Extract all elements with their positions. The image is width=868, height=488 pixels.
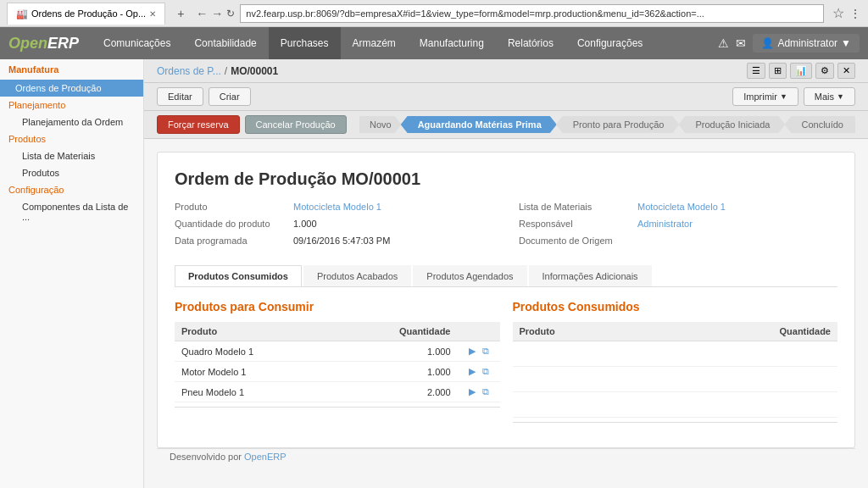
tab-produtos-acabados[interactable]: Produtos Acabados bbox=[303, 265, 411, 286]
tab-favicon: 🏭 bbox=[16, 8, 28, 19]
nav-right: ⚠ ✉ 👤 Administrator ▼ bbox=[718, 34, 860, 53]
table-row-empty bbox=[513, 367, 838, 392]
wf-step-aguardando[interactable]: Aguardando Matérias Prima bbox=[401, 116, 557, 133]
consume-row-1-produto: Motor Modelo 1 bbox=[175, 362, 336, 382]
print-button[interactable]: Imprimir ▼ bbox=[732, 87, 798, 106]
cancel-production-button[interactable]: Cancelar Produção bbox=[245, 115, 347, 134]
form-title: Ordem de Produção MO/00001 bbox=[175, 169, 837, 189]
force-reserve-button[interactable]: Forçar reserva bbox=[157, 115, 240, 134]
sidebar-item-componentes-lista[interactable]: Componentes da Lista de ... bbox=[0, 198, 143, 225]
value-quantidade: 1.000 bbox=[293, 219, 317, 229]
card-view-button[interactable]: ⊞ bbox=[769, 63, 787, 79]
field-row-responsavel: Responsável Administrator bbox=[519, 219, 837, 229]
table-row: Motor Modelo 1 1.000 ▶ ⧉ bbox=[175, 362, 500, 382]
reload-button[interactable]: ↻ bbox=[226, 8, 235, 19]
sidebar-section-produtos[interactable]: Produtos bbox=[0, 130, 143, 147]
nav-relatorios[interactable]: Relatórios bbox=[496, 27, 565, 59]
field-row-quantidade: Quantidade do produto 1.000 bbox=[175, 219, 493, 229]
arrow-icon-0[interactable]: ▶ bbox=[469, 346, 476, 356]
wf-step-novo[interactable]: Novo bbox=[359, 116, 402, 133]
nav-comunicacoes[interactable]: Comunicações bbox=[92, 27, 182, 59]
breadcrumb-bar: Ordens de P... / MO/00001 ☰ ⊞ 📊 ⚙ ✕ bbox=[144, 59, 868, 83]
browser-bar: 🏭 Ordens de Produção - Op... ✕ + ← → ↻ ☆… bbox=[0, 0, 868, 27]
kebab-menu-button[interactable]: ✕ bbox=[837, 63, 855, 79]
nav-manufacturing[interactable]: Manufacturing bbox=[408, 27, 496, 59]
list-view-button[interactable]: ☰ bbox=[747, 63, 765, 79]
value-lista-materiais[interactable]: Motocicleta Modelo 1 bbox=[637, 202, 726, 212]
nav-purchases[interactable]: Purchases bbox=[269, 27, 341, 59]
alert-icon[interactable]: ⚠ bbox=[718, 36, 729, 50]
consumed-empty-row-2 bbox=[513, 367, 838, 392]
admin-menu[interactable]: 👤 Administrator ▼ bbox=[753, 34, 860, 53]
settings-icon[interactable]: ⋮ bbox=[849, 7, 861, 20]
forward-button[interactable]: → bbox=[211, 7, 223, 20]
tab-produtos-consumidos[interactable]: Produtos Consumidos bbox=[175, 265, 302, 286]
consume-table: Produtos para Consumir Produto Quantidad… bbox=[175, 300, 500, 430]
sidebar-item-planejamento-ordem[interactable]: Planejamento da Ordem bbox=[0, 114, 143, 130]
graph-view-button[interactable]: 📊 bbox=[790, 63, 812, 79]
back-button[interactable]: ← bbox=[196, 7, 208, 20]
field-group-right: Lista de Materiais Motocicleta Modelo 1 … bbox=[519, 202, 837, 252]
bookmark-icon[interactable]: ☆ bbox=[832, 5, 844, 21]
nav-configuracoes[interactable]: Configurações bbox=[565, 27, 654, 59]
content-area: Ordens de P... / MO/00001 ☰ ⊞ 📊 ⚙ ✕ Edit… bbox=[144, 59, 868, 488]
consumed-empty-row bbox=[513, 341, 838, 367]
value-responsavel[interactable]: Administrator bbox=[637, 219, 693, 229]
mail-icon[interactable]: ✉ bbox=[736, 36, 746, 50]
breadcrumb-parent[interactable]: Ordens de P... bbox=[157, 65, 221, 77]
more-dropdown-icon: ▼ bbox=[837, 92, 844, 101]
wf-step-iniciada[interactable]: Produção Iniciada bbox=[678, 116, 785, 133]
consume-row-0-icons: ▶ ⧉ bbox=[458, 341, 500, 362]
copy-icon-1[interactable]: ⧉ bbox=[482, 366, 489, 376]
table-row: Quadro Modelo 1 1.000 ▶ ⧉ bbox=[175, 341, 500, 362]
wf-step-pronto[interactable]: Pronto para Produção bbox=[556, 116, 680, 133]
consumed-empty-row-3 bbox=[513, 392, 838, 418]
field-row-doc-origem: Documento de Origem bbox=[519, 236, 837, 246]
edit-button[interactable]: Editar bbox=[157, 87, 203, 106]
logo-open: Open bbox=[8, 35, 47, 52]
consume-table-footer bbox=[175, 407, 500, 415]
workflow-action-bar: Forçar reserva Cancelar Produção Novo Ag… bbox=[144, 111, 868, 139]
field-row-produto: Produto Motocicleta Modelo 1 bbox=[175, 202, 493, 212]
sidebar-item-ordens-producao[interactable]: Ordens de Produção bbox=[0, 80, 143, 97]
sidebar-item-produtos[interactable]: Produtos bbox=[0, 164, 143, 181]
tab-produtos-agendados[interactable]: Produtos Agendados bbox=[413, 265, 526, 286]
new-tab-button[interactable]: + bbox=[170, 5, 191, 22]
consume-row-1-icons: ▶ ⧉ bbox=[458, 362, 500, 382]
wf-step-concluido[interactable]: Concluído bbox=[784, 116, 855, 133]
value-produto[interactable]: Motocicleta Modelo 1 bbox=[293, 202, 381, 212]
sidebar-section-planejamento[interactable]: Planejamento bbox=[0, 97, 143, 114]
app-logo: OpenERP bbox=[8, 35, 79, 53]
label-data: Data programada bbox=[175, 236, 293, 246]
footer-link[interactable]: OpenERP bbox=[244, 452, 287, 462]
field-row-data: Data programada 09/16/2016 5:47:03 PM bbox=[175, 236, 493, 246]
consume-table-title: Produtos para Consumir bbox=[175, 300, 500, 313]
admin-label: Administrator bbox=[777, 37, 837, 49]
app-footer: Desenvolvido por OpenERP bbox=[157, 448, 855, 464]
more-button[interactable]: Mais ▼ bbox=[804, 87, 855, 106]
copy-icon-0[interactable]: ⧉ bbox=[482, 346, 489, 356]
tab-informacoes-adicionais[interactable]: Informações Adicionais bbox=[529, 265, 652, 286]
browser-tab[interactable]: 🏭 Ordens de Produção - Op... ✕ bbox=[7, 3, 165, 25]
table-row-empty bbox=[513, 392, 838, 418]
arrow-icon-2[interactable]: ▶ bbox=[469, 386, 476, 396]
field-row-lista-materiais: Lista de Materiais Motocicleta Modelo 1 bbox=[519, 202, 837, 212]
sidebar-item-lista-materiais[interactable]: Lista de Materiais bbox=[0, 147, 143, 164]
create-button[interactable]: Criar bbox=[209, 87, 251, 106]
main-layout: Manufatura Ordens de Produção Planejamen… bbox=[0, 59, 868, 488]
nav-contabilidade[interactable]: Contabilidade bbox=[182, 27, 268, 59]
consumed-table: Produtos Consumidos Produto Quantidade bbox=[513, 300, 838, 430]
more-view-button[interactable]: ⚙ bbox=[815, 63, 834, 79]
form-card: Ordem de Produção MO/00001 Produto Motoc… bbox=[157, 152, 855, 448]
value-data: 09/16/2016 5:47:03 PM bbox=[293, 236, 390, 246]
address-bar[interactable] bbox=[240, 4, 824, 23]
admin-dropdown-icon: ▼ bbox=[841, 37, 851, 49]
consume-col-quantidade: Quantidade bbox=[336, 322, 458, 341]
nav-armazem[interactable]: Armazém bbox=[341, 27, 408, 59]
consume-row-0-produto: Quadro Modelo 1 bbox=[175, 341, 336, 362]
tab-close-icon[interactable]: ✕ bbox=[149, 9, 156, 19]
sidebar-section-manufatura[interactable]: Manufatura bbox=[0, 59, 143, 80]
sidebar-section-configuracao[interactable]: Configuração bbox=[0, 181, 143, 198]
copy-icon-2[interactable]: ⧉ bbox=[482, 386, 489, 396]
arrow-icon-1[interactable]: ▶ bbox=[469, 366, 476, 376]
